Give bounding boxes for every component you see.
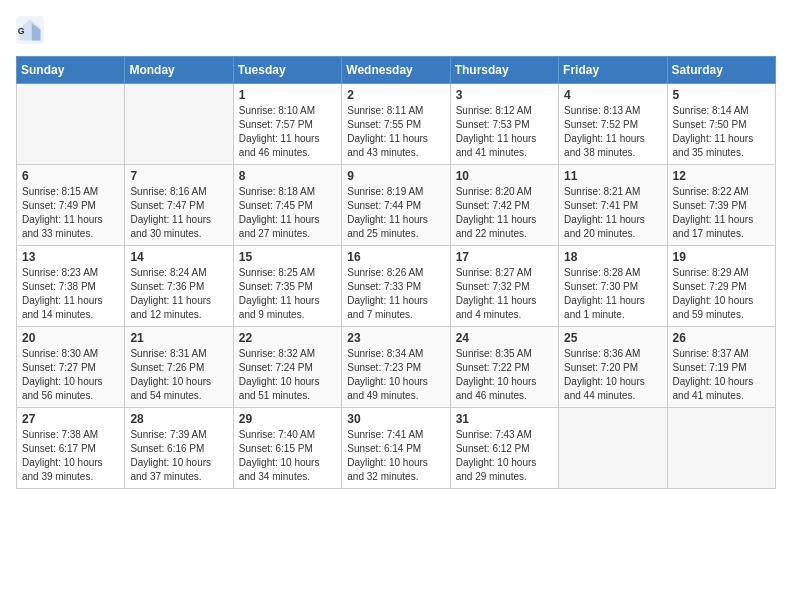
calendar-cell: 8Sunrise: 8:18 AMSunset: 7:45 PMDaylight… <box>233 165 341 246</box>
day-info: Sunrise: 8:27 AMSunset: 7:32 PMDaylight:… <box>456 266 553 322</box>
daylight-text: Daylight: 11 hours and 35 minutes. <box>673 133 754 158</box>
calendar-cell: 19Sunrise: 8:29 AMSunset: 7:29 PMDayligh… <box>667 246 775 327</box>
svg-text:G: G <box>18 26 25 36</box>
calendar-cell: 16Sunrise: 8:26 AMSunset: 7:33 PMDayligh… <box>342 246 450 327</box>
calendar-cell: 10Sunrise: 8:20 AMSunset: 7:42 PMDayligh… <box>450 165 558 246</box>
sunrise-text: Sunrise: 8:36 AM <box>564 348 640 359</box>
calendar-table: SundayMondayTuesdayWednesdayThursdayFrid… <box>16 56 776 489</box>
day-info: Sunrise: 8:20 AMSunset: 7:42 PMDaylight:… <box>456 185 553 241</box>
sunrise-text: Sunrise: 8:24 AM <box>130 267 206 278</box>
sunset-text: Sunset: 7:45 PM <box>239 200 313 211</box>
calendar-cell: 15Sunrise: 8:25 AMSunset: 7:35 PMDayligh… <box>233 246 341 327</box>
daylight-text: Daylight: 11 hours and 20 minutes. <box>564 214 645 239</box>
sunset-text: Sunset: 7:32 PM <box>456 281 530 292</box>
sunset-text: Sunset: 7:44 PM <box>347 200 421 211</box>
calendar-cell: 14Sunrise: 8:24 AMSunset: 7:36 PMDayligh… <box>125 246 233 327</box>
calendar-cell: 6Sunrise: 8:15 AMSunset: 7:49 PMDaylight… <box>17 165 125 246</box>
calendar-cell: 28Sunrise: 7:39 AMSunset: 6:16 PMDayligh… <box>125 408 233 489</box>
calendar-week-row: 13Sunrise: 8:23 AMSunset: 7:38 PMDayligh… <box>17 246 776 327</box>
sunset-text: Sunset: 7:36 PM <box>130 281 204 292</box>
day-info: Sunrise: 8:13 AMSunset: 7:52 PMDaylight:… <box>564 104 661 160</box>
sunrise-text: Sunrise: 8:25 AM <box>239 267 315 278</box>
day-info: Sunrise: 8:18 AMSunset: 7:45 PMDaylight:… <box>239 185 336 241</box>
daylight-text: Daylight: 11 hours and 4 minutes. <box>456 295 537 320</box>
day-number: 9 <box>347 169 444 183</box>
sunset-text: Sunset: 7:49 PM <box>22 200 96 211</box>
daylight-text: Daylight: 10 hours and 44 minutes. <box>564 376 645 401</box>
day-number: 5 <box>673 88 770 102</box>
sunset-text: Sunset: 7:20 PM <box>564 362 638 373</box>
sunrise-text: Sunrise: 8:18 AM <box>239 186 315 197</box>
calendar-week-row: 27Sunrise: 7:38 AMSunset: 6:17 PMDayligh… <box>17 408 776 489</box>
calendar-cell: 9Sunrise: 8:19 AMSunset: 7:44 PMDaylight… <box>342 165 450 246</box>
sunset-text: Sunset: 7:30 PM <box>564 281 638 292</box>
day-info: Sunrise: 8:28 AMSunset: 7:30 PMDaylight:… <box>564 266 661 322</box>
daylight-text: Daylight: 11 hours and 14 minutes. <box>22 295 103 320</box>
day-number: 3 <box>456 88 553 102</box>
daylight-text: Daylight: 10 hours and 59 minutes. <box>673 295 754 320</box>
calendar-cell: 12Sunrise: 8:22 AMSunset: 7:39 PMDayligh… <box>667 165 775 246</box>
sunrise-text: Sunrise: 8:27 AM <box>456 267 532 278</box>
day-number: 8 <box>239 169 336 183</box>
sunrise-text: Sunrise: 8:10 AM <box>239 105 315 116</box>
daylight-text: Daylight: 11 hours and 22 minutes. <box>456 214 537 239</box>
daylight-text: Daylight: 11 hours and 25 minutes. <box>347 214 428 239</box>
daylight-text: Daylight: 11 hours and 9 minutes. <box>239 295 320 320</box>
daylight-text: Daylight: 11 hours and 38 minutes. <box>564 133 645 158</box>
sunrise-text: Sunrise: 8:28 AM <box>564 267 640 278</box>
sunrise-text: Sunrise: 8:21 AM <box>564 186 640 197</box>
sunrise-text: Sunrise: 8:35 AM <box>456 348 532 359</box>
sunrise-text: Sunrise: 7:38 AM <box>22 429 98 440</box>
sunrise-text: Sunrise: 8:34 AM <box>347 348 423 359</box>
day-info: Sunrise: 8:19 AMSunset: 7:44 PMDaylight:… <box>347 185 444 241</box>
sunset-text: Sunset: 7:42 PM <box>456 200 530 211</box>
day-number: 27 <box>22 412 119 426</box>
calendar-cell: 31Sunrise: 7:43 AMSunset: 6:12 PMDayligh… <box>450 408 558 489</box>
sunset-text: Sunset: 7:39 PM <box>673 200 747 211</box>
sunset-text: Sunset: 7:27 PM <box>22 362 96 373</box>
daylight-text: Daylight: 11 hours and 41 minutes. <box>456 133 537 158</box>
daylight-text: Daylight: 11 hours and 46 minutes. <box>239 133 320 158</box>
daylight-text: Daylight: 11 hours and 17 minutes. <box>673 214 754 239</box>
sunrise-text: Sunrise: 8:29 AM <box>673 267 749 278</box>
calendar-cell: 7Sunrise: 8:16 AMSunset: 7:47 PMDaylight… <box>125 165 233 246</box>
day-info: Sunrise: 8:12 AMSunset: 7:53 PMDaylight:… <box>456 104 553 160</box>
sunset-text: Sunset: 6:14 PM <box>347 443 421 454</box>
sunrise-text: Sunrise: 8:14 AM <box>673 105 749 116</box>
sunset-text: Sunset: 7:33 PM <box>347 281 421 292</box>
weekday-header: Tuesday <box>233 57 341 84</box>
calendar-cell <box>125 84 233 165</box>
calendar-week-row: 6Sunrise: 8:15 AMSunset: 7:49 PMDaylight… <box>17 165 776 246</box>
sunset-text: Sunset: 7:24 PM <box>239 362 313 373</box>
day-number: 12 <box>673 169 770 183</box>
day-info: Sunrise: 8:23 AMSunset: 7:38 PMDaylight:… <box>22 266 119 322</box>
calendar-cell: 24Sunrise: 8:35 AMSunset: 7:22 PMDayligh… <box>450 327 558 408</box>
day-number: 26 <box>673 331 770 345</box>
day-info: Sunrise: 8:11 AMSunset: 7:55 PMDaylight:… <box>347 104 444 160</box>
weekday-header: Monday <box>125 57 233 84</box>
daylight-text: Daylight: 10 hours and 49 minutes. <box>347 376 428 401</box>
day-info: Sunrise: 8:22 AMSunset: 7:39 PMDaylight:… <box>673 185 770 241</box>
sunrise-text: Sunrise: 8:30 AM <box>22 348 98 359</box>
day-info: Sunrise: 7:41 AMSunset: 6:14 PMDaylight:… <box>347 428 444 484</box>
sunrise-text: Sunrise: 8:26 AM <box>347 267 423 278</box>
day-number: 18 <box>564 250 661 264</box>
calendar-cell: 25Sunrise: 8:36 AMSunset: 7:20 PMDayligh… <box>559 327 667 408</box>
day-info: Sunrise: 7:38 AMSunset: 6:17 PMDaylight:… <box>22 428 119 484</box>
daylight-text: Daylight: 10 hours and 29 minutes. <box>456 457 537 482</box>
sunset-text: Sunset: 7:41 PM <box>564 200 638 211</box>
day-number: 2 <box>347 88 444 102</box>
day-number: 31 <box>456 412 553 426</box>
daylight-text: Daylight: 10 hours and 39 minutes. <box>22 457 103 482</box>
sunrise-text: Sunrise: 8:31 AM <box>130 348 206 359</box>
logo-icon: G <box>16 16 44 44</box>
sunset-text: Sunset: 7:29 PM <box>673 281 747 292</box>
day-info: Sunrise: 8:36 AMSunset: 7:20 PMDaylight:… <box>564 347 661 403</box>
daylight-text: Daylight: 10 hours and 34 minutes. <box>239 457 320 482</box>
sunset-text: Sunset: 7:55 PM <box>347 119 421 130</box>
day-number: 22 <box>239 331 336 345</box>
sunrise-text: Sunrise: 7:40 AM <box>239 429 315 440</box>
daylight-text: Daylight: 10 hours and 51 minutes. <box>239 376 320 401</box>
daylight-text: Daylight: 11 hours and 33 minutes. <box>22 214 103 239</box>
sunrise-text: Sunrise: 7:39 AM <box>130 429 206 440</box>
